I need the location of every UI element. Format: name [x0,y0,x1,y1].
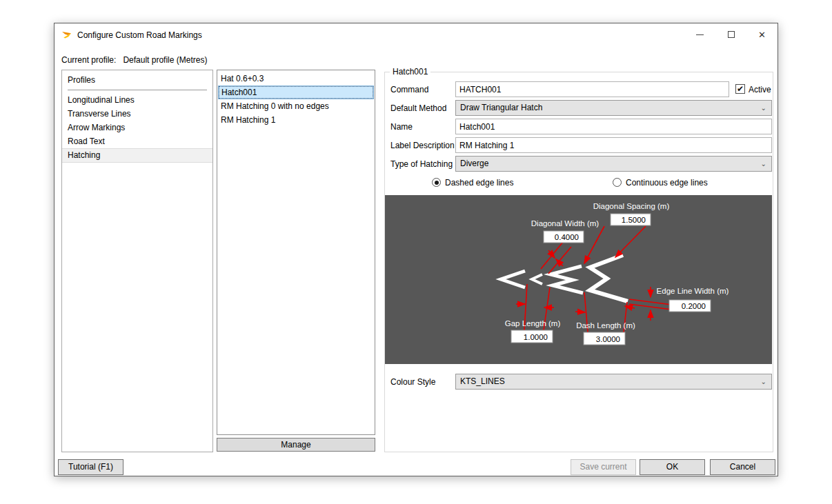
list-item[interactable]: RM Hatching 0 with no edges [218,99,374,113]
active-label: Active [749,85,771,94]
colour-style-label: Colour Style [390,377,435,387]
name-label: Name [390,122,413,132]
close-button[interactable]: ✕ [746,23,777,46]
continuous-edge-lines-radio[interactable] [613,178,622,187]
minimize-button[interactable] [684,23,715,46]
ok-button[interactable]: OK [640,459,705,475]
dash-length-label: Dash Length (m) [576,321,635,330]
maximize-button[interactable] [715,23,746,46]
window-title: Configure Custom Road Markings [77,30,202,40]
default-method-label: Default Method [390,103,446,113]
profile-item-transverse-lines[interactable]: Transverse Lines [62,107,212,121]
diagonal-spacing-label: Diagonal Spacing (m) [593,202,670,210]
groupbox-title: Hatch001 [390,67,430,77]
chevron-markings [501,255,628,301]
gap-length-label: Gap Length (m) [505,319,561,327]
profile-item-road-text[interactable]: Road Text [62,134,212,148]
profiles-panel: Profiles Longitudinal Lines Transverse L… [61,70,213,452]
continuous-edge-lines-label: Continuous edge lines [626,178,708,188]
command-input[interactable] [455,81,729,97]
manage-button[interactable]: Manage [217,438,375,452]
profile-item-longitudinal-lines[interactable]: Longitudinal Lines [62,93,212,107]
command-label: Command [390,85,428,94]
minimize-icon [696,34,704,35]
diagonal-spacing-value: 1.5000 [622,216,646,224]
title-bar: Configure Custom Road Markings ✕ [55,23,777,47]
current-profile-line: Current profile: Default profile (Metres… [61,55,207,65]
diagonal-width-label: Diagonal Width (m) [531,219,600,228]
chevron-down-icon: ⌄ [761,374,766,389]
gap-length-value: 1.0000 [524,333,548,341]
colour-style-value: KTS_LINES [460,376,505,386]
cancel-button[interactable]: Cancel [710,459,775,475]
profile-item-hatching[interactable]: Hatching [62,148,212,163]
edge-line-width-label: Edge Line Width (m) [657,287,729,295]
profiles-separator [68,90,207,90]
name-input[interactable] [455,119,772,134]
markings-list: Hat 0.6+0.3 Hatch001 RM Hatching 0 with … [217,70,375,435]
list-item[interactable]: RM Hatching 1 [218,113,374,127]
label-description-input[interactable] [455,137,772,153]
type-of-hatching-dropdown[interactable]: Diverge ⌄ [455,156,772,172]
current-profile-value: Default profile (Metres) [123,55,207,65]
chevron-down-icon: ⌄ [761,157,766,171]
list-item[interactable]: Hat 0.6+0.3 [218,72,374,85]
maximize-icon [728,31,735,38]
close-icon: ✕ [758,30,766,39]
list-item-selected[interactable]: Hatch001 [218,85,374,99]
tutorial-button[interactable]: Tutorial (F1) [58,459,123,475]
dimension-lines [516,226,672,332]
active-checkbox[interactable]: ✔ [735,84,745,94]
chevron-down-icon: ⌄ [761,101,766,115]
dashed-edge-lines-label: Dashed edge lines [445,178,513,188]
configure-custom-road-markings-dialog: Configure Custom Road Markings ✕ Current… [54,23,778,476]
default-method-dropdown[interactable]: Draw Triangular Hatch ⌄ [455,100,772,116]
dash-length-value: 3.0000 [596,335,620,343]
profile-item-arrow-markings[interactable]: Arrow Markings [62,121,212,134]
save-current-button[interactable]: Save current [571,459,636,475]
default-method-value: Draw Triangular Hatch [460,103,542,112]
edge-line-width-value: 0.2000 [682,302,706,310]
type-of-hatching-label: Type of Hatching [390,159,453,169]
diagonal-width-value: 0.4000 [555,233,579,241]
colour-style-dropdown[interactable]: KTS_LINES ⌄ [455,374,772,390]
type-of-hatching-value: Diverge [460,159,488,168]
label-description-label: Label Description [390,141,455,150]
dashed-edge-lines-radio[interactable] [432,178,441,187]
current-profile-label: Current profile: [61,55,116,65]
app-logo-icon [62,31,72,40]
hatching-preview-drawing: Diagonal Spacing (m) Diagonal Width (m) … [385,195,772,364]
profiles-panel-header: Profiles [62,70,212,88]
hatching-preview: Diagonal Spacing (m) Diagonal Width (m) … [385,195,772,364]
